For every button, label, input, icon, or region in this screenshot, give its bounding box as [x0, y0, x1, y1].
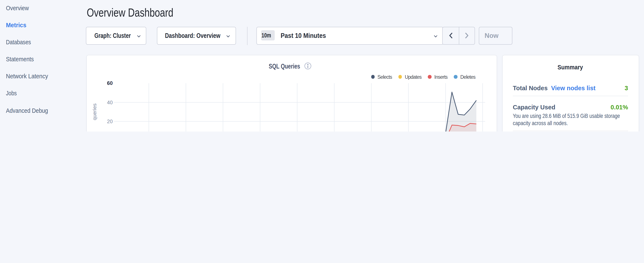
svg-text:60: 60	[107, 80, 112, 86]
svg-text:20: 20	[107, 119, 112, 124]
svg-text:queries: queries	[92, 103, 97, 120]
svg-text:40: 40	[107, 100, 112, 105]
